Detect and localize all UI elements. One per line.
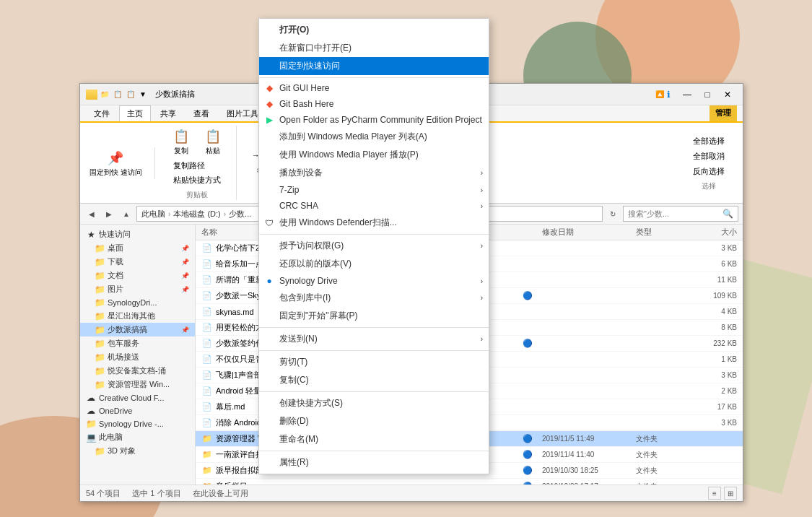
select-none-label: 全部取消 xyxy=(693,151,725,162)
sidebar-item-onedrive[interactable]: ☁ OneDrive xyxy=(80,404,195,417)
folder-icon: 📁 xyxy=(95,284,105,295)
sidebar-item-3d-objects[interactable]: 📁 3D 对象 xyxy=(80,444,195,458)
ctx-grant-access-label: 授予访问权限(G) xyxy=(279,240,344,252)
ctx-pin-quick-access[interactable]: 固定到快速访问 xyxy=(259,57,489,75)
search-box[interactable]: 🔍 xyxy=(623,206,738,222)
ctx-create-shortcut[interactable]: 创建快捷方式(S) xyxy=(259,394,489,412)
ctx-include-library[interactable]: 包含到库中(I) › xyxy=(259,289,489,307)
ctx-synology-drive[interactable]: ● Synology Drive › xyxy=(259,273,489,289)
header-size[interactable]: 大小 xyxy=(694,227,737,238)
grid-view-button[interactable]: ⊞ xyxy=(724,487,737,500)
ctx-7zip[interactable]: 7-Zip › xyxy=(259,182,489,198)
header-type[interactable]: 类型 xyxy=(636,227,694,238)
file-icon: 📄 xyxy=(201,290,213,302)
file-icon: 📁 xyxy=(201,465,213,477)
close-button[interactable]: ✕ xyxy=(718,87,737,102)
file-icon: 📄 xyxy=(201,401,213,413)
sidebar-item-yue-an[interactable]: 📁 悦安备案文档-涌 xyxy=(80,364,195,378)
submenu-arrow: › xyxy=(481,335,483,343)
file-icon: 📄 xyxy=(201,306,213,318)
location-status: 在此设备上可用 xyxy=(193,488,248,499)
ribbon-group-select: 全部选择 全部取消 反向选择 选择 xyxy=(689,134,737,191)
folder-icon: 📁 xyxy=(95,311,105,321)
sidebar-item-desktop[interactable]: 📁 桌面 📌 xyxy=(80,241,195,255)
select-none-button[interactable]: 全部取消 xyxy=(689,149,728,163)
tab-home[interactable]: 主页 xyxy=(119,105,151,121)
sidebar-item-car-service[interactable]: 📁 包车服务 xyxy=(80,336,195,350)
minimize-button[interactable]: — xyxy=(678,87,697,102)
sidebar-item-xinghuiother[interactable]: 📁 星汇出海其他 xyxy=(80,309,195,323)
select-all-button[interactable]: 全部选择 xyxy=(689,134,728,148)
ctx-play-device[interactable]: 播放到设备 › xyxy=(259,164,489,182)
tab-share[interactable]: 共享 xyxy=(152,105,184,121)
ctx-separator-2 xyxy=(259,234,489,235)
ctx-properties[interactable]: 属性(R) xyxy=(259,453,489,472)
ctx-pin-start-label: 固定到"开始"屏幕(P) xyxy=(279,310,358,322)
sidebar-item-airport[interactable]: 📁 机场接送 xyxy=(80,350,195,364)
header-date[interactable]: 修改日期 xyxy=(542,227,636,238)
ctx-rename-label: 重命名(M) xyxy=(279,433,318,446)
ctx-pycharm[interactable]: ▶ Open Folder as PyCharm Community Editi… xyxy=(259,112,489,128)
ctx-pin-start[interactable]: 固定到"开始"屏幕(P) xyxy=(259,307,489,325)
sidebar-item-downloads[interactable]: 📁 下载 📌 xyxy=(80,255,195,269)
sidebar-item-resource-manager[interactable]: 📁 资源管理器 Win... xyxy=(80,378,195,391)
forward-button[interactable]: ▶ xyxy=(102,207,116,221)
ctx-send-to[interactable]: 发送到(N) › xyxy=(259,330,489,348)
search-input[interactable] xyxy=(628,209,720,218)
file-icon: 📄 xyxy=(201,243,213,254)
back-button[interactable]: ◀ xyxy=(84,207,99,221)
refresh-button[interactable]: ↻ xyxy=(606,207,620,221)
invert-select-button[interactable]: 反向选择 xyxy=(689,165,728,178)
submenu-arrow: › xyxy=(481,202,483,210)
sidebar-item-documents[interactable]: 📁 文档 📌 xyxy=(80,269,195,282)
ctx-separator-5 xyxy=(259,391,489,392)
ctx-crc-sha[interactable]: CRC SHA › xyxy=(259,198,489,214)
sidebar-item-quick-access[interactable]: ★ 快速访问 xyxy=(80,227,195,241)
ctx-copy[interactable]: 复制(C) xyxy=(259,371,489,389)
ctx-separator-4 xyxy=(259,350,489,351)
context-menu: 打开(O) 在新窗口中打开(E) 固定到快速访问 ◆ Git GUI Here … xyxy=(258,18,489,474)
paste-shortcut-button[interactable]: 粘贴快捷方式 xyxy=(170,173,224,187)
copy-button[interactable]: 📋 复制 xyxy=(167,126,196,157)
ctx-copy-label: 复制(C) xyxy=(279,374,309,386)
copy-path-button[interactable]: 复制路径 xyxy=(170,159,224,173)
submenu-arrow: › xyxy=(481,294,483,302)
ctx-restore-label: 还原以前的版本(V) xyxy=(279,258,352,270)
sidebar-item-synology-drive[interactable]: 📁 Synology Drive -... xyxy=(80,417,195,430)
ctx-windows-defender[interactable]: 🛡 使用 Windows Defender扫描... xyxy=(259,214,489,232)
sidebar-item-shaosupai[interactable]: 📁 少数派搞搞 📌 xyxy=(80,323,195,336)
select-group-label: 选择 xyxy=(702,181,716,191)
ctx-delete[interactable]: 删除(D) xyxy=(259,412,489,430)
tab-view[interactable]: 查看 xyxy=(185,105,217,121)
sidebar-item-creative-cloud[interactable]: ☁ Creative Cloud F... xyxy=(80,391,195,404)
git-gui-icon: ◆ xyxy=(263,82,275,94)
ctx-open-new-window[interactable]: 在新窗口中打开(E) xyxy=(259,39,489,57)
clipboard-group-label: 剪贴板 xyxy=(186,190,208,200)
list-view-button[interactable]: ≡ xyxy=(708,487,721,500)
status-bar: 54 个项目 选中 1 个项目 在此设备上可用 ≡ ⊞ xyxy=(80,485,743,501)
ctx-rename[interactable]: 重命名(M) xyxy=(259,430,489,448)
ctx-pin-label: 固定到快速访问 xyxy=(279,60,340,72)
sidebar-item-this-pc[interactable]: 💻 此电脑 xyxy=(80,430,195,444)
up-button[interactable]: ▲ xyxy=(119,207,134,221)
ctx-play-wmp[interactable]: 使用 Windows Media Player 播放(P) xyxy=(259,146,489,164)
ctx-add-wmp[interactable]: 添加到 Windows Media Player 列表(A) xyxy=(259,128,489,146)
ctx-git-bash[interactable]: ◆ Git Bash Here xyxy=(259,96,489,112)
paste-button[interactable]: 📋 粘贴 xyxy=(198,126,227,157)
pin-quick-access-button[interactable]: 📌 固定到快 速访问 xyxy=(86,147,146,179)
submenu-arrow: › xyxy=(481,242,483,250)
ctx-git-gui[interactable]: ◆ Git GUI Here xyxy=(259,80,489,96)
folder-icon: 📁 xyxy=(95,257,105,267)
table-row[interactable]: 📁 音乐栏目 🔵 2019/10/28 17:17 文件夹 xyxy=(196,479,743,485)
sidebar-item-pictures[interactable]: 📁 图片 📌 xyxy=(80,282,195,296)
ctx-open[interactable]: 打开(O) xyxy=(259,21,489,39)
maximize-button[interactable]: □ xyxy=(698,87,717,102)
sidebar-item-synology[interactable]: 📁 SynologyDri... xyxy=(80,296,195,309)
tab-file[interactable]: 文件 xyxy=(86,105,118,121)
file-icon: 📄 xyxy=(201,274,213,286)
ctx-cut[interactable]: 剪切(T) xyxy=(259,353,489,371)
ctx-play-wmp-label: 使用 Windows Media Player 播放(P) xyxy=(279,149,419,161)
ctx-defender-label: 使用 Windows Defender扫描... xyxy=(279,217,397,229)
ctx-grant-access[interactable]: 授予访问权限(G) › xyxy=(259,237,489,255)
ctx-restore-previous[interactable]: 还原以前的版本(V) xyxy=(259,255,489,273)
